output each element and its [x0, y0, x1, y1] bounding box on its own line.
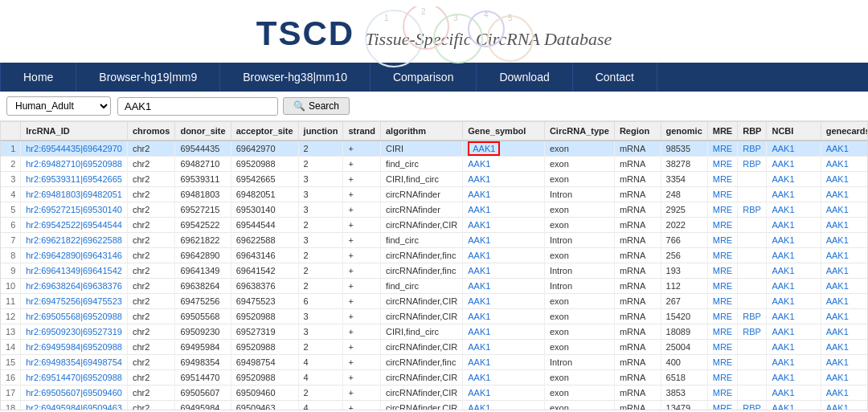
- cell-rbp[interactable]: RBP: [738, 141, 767, 157]
- species-dropdown[interactable]: Human_Adult Human_Fetal Mouse_Adult Mous…: [6, 96, 111, 116]
- cell-ncbi[interactable]: AAK1: [767, 263, 821, 279]
- cell-rbp[interactable]: [738, 248, 767, 263]
- cell-genecards[interactable]: AAK1: [821, 340, 868, 355]
- cell-gene-symbol[interactable]: AAK1: [463, 187, 545, 202]
- nav-home[interactable]: Home: [0, 63, 76, 92]
- cell-lrcrna-id[interactable]: hr2:69514470|69520988: [21, 370, 128, 385]
- cell-rbp[interactable]: RBP: [738, 324, 767, 340]
- cell-genecards[interactable]: AAK1: [821, 202, 868, 218]
- cell-mre[interactable]: MRE: [707, 279, 737, 294]
- search-button[interactable]: 🔍 Search: [283, 97, 350, 115]
- cell-mre[interactable]: MRE: [707, 355, 737, 370]
- cell-rbp[interactable]: RBP: [738, 401, 767, 411]
- cell-mre[interactable]: MRE: [707, 248, 737, 263]
- nav-browser-hg19[interactable]: Browser-hg19|mm9: [76, 63, 220, 92]
- cell-ncbi[interactable]: AAK1: [767, 324, 821, 340]
- cell-mre[interactable]: MRE: [707, 233, 737, 248]
- cell-mre[interactable]: MRE: [707, 324, 737, 340]
- cell-gene-symbol[interactable]: AAK1: [463, 141, 545, 157]
- cell-genecards[interactable]: AAK1: [821, 141, 868, 157]
- cell-genecards[interactable]: AAK1: [821, 309, 868, 324]
- cell-gene-symbol[interactable]: AAK1: [463, 218, 545, 233]
- cell-mre[interactable]: MRE: [707, 294, 737, 309]
- cell-ncbi[interactable]: AAK1: [767, 218, 821, 233]
- cell-mre[interactable]: MRE: [707, 218, 737, 233]
- cell-mre[interactable]: MRE: [707, 187, 737, 202]
- cell-genecards[interactable]: AAK1: [821, 294, 868, 309]
- nav-download[interactable]: Download: [477, 63, 572, 92]
- cell-genecards[interactable]: AAK1: [821, 263, 868, 279]
- cell-gene-symbol[interactable]: AAK1: [463, 385, 545, 401]
- cell-mre[interactable]: MRE: [707, 202, 737, 218]
- cell-gene-symbol[interactable]: AAK1: [463, 157, 545, 172]
- cell-lrcrna-id[interactable]: hr2:69482710|69520988: [21, 157, 128, 172]
- cell-gene-symbol[interactable]: AAK1: [463, 370, 545, 385]
- cell-mre[interactable]: MRE: [707, 309, 737, 324]
- cell-mre[interactable]: MRE: [707, 157, 737, 172]
- cell-mre[interactable]: MRE: [707, 340, 737, 355]
- cell-lrcrna-id[interactable]: hr2:69621822|69622588: [21, 233, 128, 248]
- cell-ncbi[interactable]: AAK1: [767, 141, 821, 157]
- cell-lrcrna-id[interactable]: hr2:69641349|69641542: [21, 263, 128, 279]
- cell-lrcrna-id[interactable]: hr2:69527215|69530140: [21, 202, 128, 218]
- cell-ncbi[interactable]: AAK1: [767, 187, 821, 202]
- cell-ncbi[interactable]: AAK1: [767, 172, 821, 187]
- cell-genecards[interactable]: AAK1: [821, 172, 868, 187]
- cell-ncbi[interactable]: AAK1: [767, 294, 821, 309]
- cell-mre[interactable]: MRE: [707, 172, 737, 187]
- cell-mre[interactable]: MRE: [707, 370, 737, 385]
- cell-rbp[interactable]: RBP: [738, 157, 767, 172]
- cell-gene-symbol[interactable]: AAK1: [463, 309, 545, 324]
- cell-rbp[interactable]: [738, 385, 767, 401]
- cell-lrcrna-id[interactable]: hr2:69495984|69509463: [21, 401, 128, 411]
- cell-lrcrna-id[interactable]: hr2:69481803|69482051: [21, 187, 128, 202]
- cell-ncbi[interactable]: AAK1: [767, 233, 821, 248]
- cell-lrcrna-id[interactable]: hr2:69542522|69544544: [21, 218, 128, 233]
- cell-genecards[interactable]: AAK1: [821, 324, 868, 340]
- cell-lrcrna-id[interactable]: hr2:69505568|69520988: [21, 309, 128, 324]
- cell-ncbi[interactable]: AAK1: [767, 279, 821, 294]
- cell-genecards[interactable]: AAK1: [821, 401, 868, 411]
- cell-mre[interactable]: MRE: [707, 385, 737, 401]
- cell-rbp[interactable]: [738, 340, 767, 355]
- cell-rbp[interactable]: RBP: [738, 309, 767, 324]
- cell-ncbi[interactable]: AAK1: [767, 248, 821, 263]
- cell-ncbi[interactable]: AAK1: [767, 202, 821, 218]
- cell-gene-symbol[interactable]: AAK1: [463, 263, 545, 279]
- search-input[interactable]: [117, 97, 278, 116]
- nav-browser-hg38[interactable]: Browser-hg38|mm10: [220, 63, 371, 92]
- cell-genecards[interactable]: AAK1: [821, 187, 868, 202]
- cell-rbp[interactable]: [738, 218, 767, 233]
- cell-ncbi[interactable]: AAK1: [767, 370, 821, 385]
- cell-gene-symbol[interactable]: AAK1: [463, 248, 545, 263]
- cell-rbp[interactable]: [738, 172, 767, 187]
- cell-rbp[interactable]: [738, 355, 767, 370]
- cell-genecards[interactable]: AAK1: [821, 218, 868, 233]
- cell-ncbi[interactable]: AAK1: [767, 157, 821, 172]
- cell-genecards[interactable]: AAK1: [821, 157, 868, 172]
- cell-gene-symbol[interactable]: AAK1: [463, 355, 545, 370]
- cell-gene-symbol[interactable]: AAK1: [463, 340, 545, 355]
- cell-gene-symbol[interactable]: AAK1: [463, 294, 545, 309]
- cell-rbp[interactable]: [738, 294, 767, 309]
- cell-genecards[interactable]: AAK1: [821, 248, 868, 263]
- cell-gene-symbol[interactable]: AAK1: [463, 172, 545, 187]
- cell-genecards[interactable]: AAK1: [821, 233, 868, 248]
- cell-lrcrna-id[interactable]: hr2:69509230|69527319: [21, 324, 128, 340]
- cell-genecards[interactable]: AAK1: [821, 279, 868, 294]
- cell-gene-symbol[interactable]: AAK1: [463, 279, 545, 294]
- cell-lrcrna-id[interactable]: hr2:69544435|69642970: [21, 141, 128, 157]
- cell-lrcrna-id[interactable]: hr2:69642890|69643146: [21, 248, 128, 263]
- cell-lrcrna-id[interactable]: hr2:69475256|69475523: [21, 294, 128, 309]
- cell-gene-symbol[interactable]: AAK1: [463, 202, 545, 218]
- nav-contact[interactable]: Contact: [573, 63, 657, 92]
- cell-rbp[interactable]: [738, 263, 767, 279]
- cell-mre[interactable]: MRE: [707, 263, 737, 279]
- cell-rbp[interactable]: [738, 187, 767, 202]
- cell-ncbi[interactable]: AAK1: [767, 355, 821, 370]
- cell-ncbi[interactable]: AAK1: [767, 340, 821, 355]
- cell-mre[interactable]: MRE: [707, 141, 737, 157]
- cell-genecards[interactable]: AAK1: [821, 385, 868, 401]
- cell-lrcrna-id[interactable]: hr2:69539311|69542665: [21, 172, 128, 187]
- cell-ncbi[interactable]: AAK1: [767, 401, 821, 411]
